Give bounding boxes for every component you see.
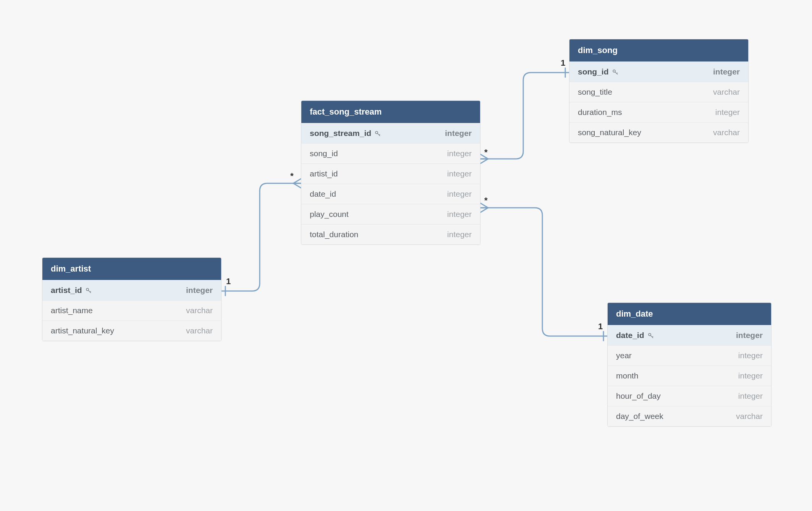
table-row[interactable]: day_of_week varchar [608,406,771,426]
column-name: duration_ms [578,108,622,117]
table-fact-song-stream[interactable]: fact_song_stream song_stream_id integer … [301,100,480,245]
table-row[interactable]: month integer [608,365,771,386]
table-row[interactable]: hour_of_day integer [608,386,771,406]
column-name: play_count [310,210,349,219]
column-type: integer [447,149,472,158]
table-row[interactable]: song_id integer [569,61,748,82]
column-type: integer [738,371,763,380]
er-diagram-canvas: * 1 * 1 * 1 fact_song_stream song_stream… [0,0,812,511]
column-name: artist_id [310,169,338,178]
rel-fact-to-song [480,73,569,159]
column-type: integer [447,230,472,239]
cardinality-artist-many: * [290,171,294,181]
column-name: song_id [310,149,338,158]
table-header: dim_artist [42,258,221,280]
column-type: varchar [186,306,213,315]
table-dim-date[interactable]: dim_date date_id integer year integer mo… [607,302,772,427]
table-row[interactable]: song_natural_key varchar [569,122,748,142]
column-type: integer [447,169,472,178]
column-name: hour_of_day [616,391,661,401]
svg-point-3 [649,333,651,336]
table-row[interactable]: song_title varchar [569,82,748,102]
table-row[interactable]: artist_id integer [301,163,480,184]
rel-fact-to-artist [222,183,301,291]
rel-fact-to-date [480,208,607,336]
key-icon [85,287,92,294]
table-header: dim_date [608,303,771,325]
cardinality-song-many: * [484,147,488,157]
column-type: varchar [736,412,763,421]
column-type: integer [738,351,763,360]
table-dim-song[interactable]: dim_song song_id integer song_title varc… [569,39,749,143]
column-type: integer [738,391,763,401]
column-type: integer [186,286,213,295]
key-icon [647,332,654,339]
column-name: year [616,351,632,360]
cardinality-date-one: 1 [598,322,603,332]
table-row[interactable]: total_duration integer [301,224,480,244]
key-icon [612,68,619,75]
cardinality-artist-one: 1 [226,277,231,286]
table-dim-artist[interactable]: dim_artist artist_id integer artist_name… [42,257,222,341]
crowfoot-artist-many [293,179,301,188]
svg-point-0 [375,131,378,134]
table-row[interactable]: artist_id integer [42,280,221,300]
table-row[interactable]: artist_natural_key varchar [42,320,221,341]
column-type: varchar [713,128,740,137]
key-icon [374,130,381,137]
column-type: integer [736,331,763,340]
table-row[interactable]: song_stream_id integer [301,123,480,143]
table-row[interactable]: song_id integer [301,143,480,163]
column-name: artist_name [51,306,93,315]
column-name: date_id [310,189,336,199]
table-row[interactable]: artist_name varchar [42,300,221,320]
column-type: varchar [186,326,213,335]
column-name: artist_id [51,286,92,295]
svg-point-1 [613,70,615,72]
column-name: total_duration [310,230,358,239]
cardinality-song-one: 1 [561,58,565,68]
table-row[interactable]: duration_ms integer [569,102,748,122]
column-type: integer [445,129,472,138]
column-type: integer [713,67,740,76]
column-type: integer [715,108,740,117]
table-header: fact_song_stream [301,101,480,123]
column-name: date_id [616,331,654,340]
column-type: integer [447,189,472,199]
column-name: song_natural_key [578,128,641,137]
column-name: month [616,371,638,380]
cardinality-date-many: * [484,196,488,205]
column-name: song_stream_id [310,129,381,138]
table-row[interactable]: year integer [608,345,771,365]
column-type: varchar [713,87,740,97]
column-type: integer [447,210,472,219]
table-header: dim_song [569,39,748,61]
table-row[interactable]: play_count integer [301,204,480,224]
table-row[interactable]: date_id integer [301,184,480,204]
column-name: day_of_week [616,412,663,421]
table-row[interactable]: date_id integer [608,325,771,345]
svg-point-2 [86,288,89,291]
column-name: song_title [578,87,612,97]
column-name: artist_natural_key [51,326,114,335]
column-name: song_id [578,67,619,76]
